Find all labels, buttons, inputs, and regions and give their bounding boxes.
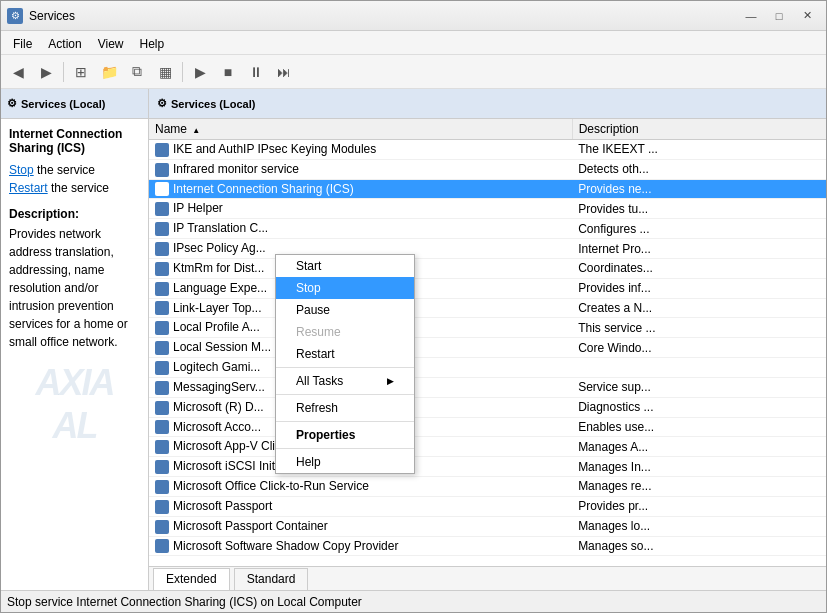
table-row[interactable]: MessagingServ...Service sup... xyxy=(149,377,826,397)
service-name-cell: Language Expe... xyxy=(173,281,267,295)
service-icon xyxy=(155,222,169,236)
service-icon xyxy=(155,163,169,177)
table-row[interactable]: Infrared monitor serviceDetects oth... xyxy=(149,159,826,179)
tab-extended[interactable]: Extended xyxy=(153,568,230,590)
table-row[interactable]: IPsec Policy Ag...Internet Pro... xyxy=(149,239,826,259)
service-name-cell: Logitech Gami... xyxy=(173,360,260,374)
service-desc-cell xyxy=(572,358,826,378)
context-menu-item-stop[interactable]: Stop xyxy=(276,277,414,299)
table-row[interactable]: Microsoft App-V ClientManages A... xyxy=(149,437,826,457)
service-name-cell: Infrared monitor service xyxy=(173,162,299,176)
stop-action: Stop the service xyxy=(9,163,140,177)
tab-standard[interactable]: Standard xyxy=(234,568,309,590)
service-desc-cell: Manages In... xyxy=(572,457,826,477)
status-bar: Stop service Internet Connection Sharing… xyxy=(1,590,826,612)
left-panel-title: Services (Local) xyxy=(21,98,105,110)
toolbar-separator-1 xyxy=(63,62,64,82)
right-panel: ⚙ Services (Local) Name ▲ Description xyxy=(149,89,826,590)
menu-help[interactable]: Help xyxy=(132,33,173,52)
service-icon xyxy=(155,143,169,157)
col-header-name[interactable]: Name ▲ xyxy=(149,119,572,140)
services-table[interactable]: Name ▲ Description IKE and AuthIP IPsec … xyxy=(149,119,826,566)
service-name-cell: Microsoft (R) D... xyxy=(173,400,264,414)
service-name-cell: Internet Connection Sharing (ICS) xyxy=(173,182,354,196)
table-row[interactable]: IP Translation C...Configures ... xyxy=(149,219,826,239)
paste-button[interactable]: ▦ xyxy=(152,59,178,85)
context-menu-separator xyxy=(276,421,414,422)
restart-button[interactable]: ⏭ xyxy=(271,59,297,85)
service-icon xyxy=(155,539,169,553)
service-desc-cell: Service sup... xyxy=(572,377,826,397)
service-icon xyxy=(155,460,169,474)
menu-action[interactable]: Action xyxy=(40,33,89,52)
service-desc-cell: Provides pr... xyxy=(572,496,826,516)
left-panel-header: ⚙ Services (Local) xyxy=(1,89,148,119)
copy-button[interactable]: ⧉ xyxy=(124,59,150,85)
sort-arrow: ▲ xyxy=(192,126,200,135)
table-row[interactable]: Microsoft Acco...Enables use... xyxy=(149,417,826,437)
back-button[interactable]: ◀ xyxy=(5,59,31,85)
context-menu-separator xyxy=(276,448,414,449)
table-row[interactable]: Microsoft Office Click-to-Run ServiceMan… xyxy=(149,477,826,497)
service-desc-cell: Coordinates... xyxy=(572,258,826,278)
table-row[interactable]: IKE and AuthIP IPsec Keying ModulesThe I… xyxy=(149,140,826,160)
table-row[interactable]: Internet Connection Sharing (ICS)Provide… xyxy=(149,179,826,199)
col-header-description[interactable]: Description xyxy=(572,119,826,140)
table-row[interactable]: Microsoft Software Shadow Copy ProviderM… xyxy=(149,536,826,556)
show-hide-button[interactable]: ⊞ xyxy=(68,59,94,85)
table-row[interactable]: Local Profile A...This service ... xyxy=(149,318,826,338)
service-desc-cell: Detects oth... xyxy=(572,159,826,179)
context-menu-item-properties[interactable]: Properties xyxy=(276,424,414,446)
folder-button[interactable]: 📁 xyxy=(96,59,122,85)
close-button[interactable]: ✕ xyxy=(794,6,820,26)
table-row[interactable]: KtmRm for Dist...Coordinates... xyxy=(149,258,826,278)
service-name-cell: Microsoft App-V Client xyxy=(173,439,292,453)
menu-file[interactable]: File xyxy=(5,33,40,52)
play-button[interactable]: ▶ xyxy=(187,59,213,85)
restart-action: Restart the service xyxy=(9,181,140,195)
service-icon xyxy=(155,520,169,534)
service-icon xyxy=(155,420,169,434)
table-row[interactable]: Language Expe...Provides inf... xyxy=(149,278,826,298)
window-icon: ⚙ xyxy=(7,8,23,24)
table-row[interactable]: Link-Layer Top...Creates a N... xyxy=(149,298,826,318)
context-menu-item-restart[interactable]: Restart xyxy=(276,343,414,365)
table-row[interactable]: Microsoft PassportProvides pr... xyxy=(149,496,826,516)
table-row[interactable]: Logitech Gami... xyxy=(149,358,826,378)
table-row[interactable]: Microsoft iSCSI Initiator ServiceManages… xyxy=(149,457,826,477)
context-menu-item-refresh[interactable]: Refresh xyxy=(276,397,414,419)
table-row[interactable]: Microsoft Passport ContainerManages lo..… xyxy=(149,516,826,536)
service-icon xyxy=(155,381,169,395)
description-text: Provides network address translation, ad… xyxy=(9,225,140,351)
pause-button[interactable]: ⏸ xyxy=(243,59,269,85)
menu-view[interactable]: View xyxy=(90,33,132,52)
service-name-cell: KtmRm for Dist... xyxy=(173,261,264,275)
service-icon xyxy=(155,440,169,454)
toolbar-separator-2 xyxy=(182,62,183,82)
maximize-button[interactable]: □ xyxy=(766,6,792,26)
forward-button[interactable]: ▶ xyxy=(33,59,59,85)
right-panel-title: Services (Local) xyxy=(171,98,255,110)
main-window: ⚙ Services — □ ✕ File Action View Help ◀… xyxy=(0,0,827,613)
context-menu-item-pause[interactable]: Pause xyxy=(276,299,414,321)
bottom-tabs: Extended Standard xyxy=(149,566,826,590)
table-row[interactable]: Microsoft (R) D...Diagnostics ... xyxy=(149,397,826,417)
context-menu-item-all-tasks[interactable]: All Tasks▶ xyxy=(276,370,414,392)
left-panel-body: Internet Connection Sharing (ICS) Stop t… xyxy=(1,119,148,590)
context-menu-item-start[interactable]: Start xyxy=(276,255,414,277)
service-desc-cell: The IKEEXT ... xyxy=(572,140,826,160)
right-panel-header: ⚙ Services (Local) xyxy=(149,89,826,119)
table-row[interactable]: Local Session M...Core Windo... xyxy=(149,338,826,358)
service-name-cell: Microsoft Passport Container xyxy=(173,519,328,533)
table-row[interactable]: IP HelperProvides tu... xyxy=(149,199,826,219)
restart-link[interactable]: Restart xyxy=(9,181,48,195)
stop-button[interactable]: ■ xyxy=(215,59,241,85)
service-desc-cell: Creates a N... xyxy=(572,298,826,318)
context-menu-item-help[interactable]: Help xyxy=(276,451,414,473)
minimize-button[interactable]: — xyxy=(738,6,764,26)
service-icon xyxy=(155,500,169,514)
title-bar: ⚙ Services — □ ✕ xyxy=(1,1,826,31)
stop-link[interactable]: Stop xyxy=(9,163,34,177)
service-name-cell: IPsec Policy Ag... xyxy=(173,241,266,255)
context-menu: StartStopPauseResumeRestartAll Tasks▶Ref… xyxy=(275,254,415,474)
